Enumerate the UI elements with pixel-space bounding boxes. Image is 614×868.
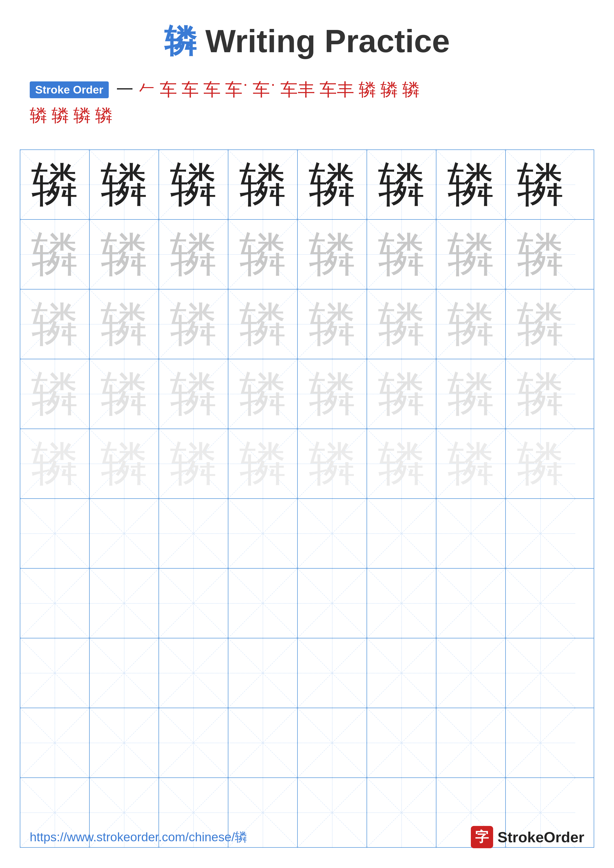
stroke-order-section: Stroke Order 一 𠂉 车 车 车 车˙ 车˙ 车丰 车丰 辚 辚 辚…: [0, 78, 614, 142]
grid-cell[interactable]: 辚: [229, 220, 298, 289]
grid-cell[interactable]: [367, 639, 437, 708]
grid-cell[interactable]: 辚: [367, 290, 437, 359]
grid-cell[interactable]: 辚: [20, 359, 90, 429]
page-header: 辚 Writing Practice: [0, 0, 614, 78]
svg-line-118: [229, 639, 297, 708]
grid-row: [20, 708, 594, 778]
grid-cell[interactable]: [437, 708, 506, 777]
grid-cell[interactable]: 辚: [298, 290, 367, 359]
grid-cell[interactable]: [159, 639, 229, 708]
grid-cell[interactable]: [229, 708, 298, 777]
svg-line-84: [159, 499, 228, 568]
svg-line-82: [90, 499, 159, 568]
grid-cell[interactable]: 辚: [159, 359, 229, 429]
grid-cell[interactable]: 辚: [298, 220, 367, 289]
grid-cell[interactable]: 辚: [506, 220, 575, 289]
grid-cell[interactable]: [367, 499, 437, 568]
grid-cell[interactable]: [90, 499, 159, 568]
grid-cell[interactable]: [367, 569, 437, 638]
grid-cell[interactable]: 辚: [367, 359, 437, 429]
grid-cell[interactable]: [229, 569, 298, 638]
grid-cell[interactable]: 辚: [90, 290, 159, 359]
grid-cell[interactable]: [298, 708, 367, 777]
grid-cell[interactable]: 辚: [159, 290, 229, 359]
grid-cell[interactable]: [90, 569, 159, 638]
grid-cell[interactable]: 辚: [229, 429, 298, 498]
grid-cell[interactable]: 辚: [298, 150, 367, 219]
grid-cell[interactable]: 辚: [229, 290, 298, 359]
grid-cell[interactable]: 辚: [506, 429, 575, 498]
grid-cell[interactable]: [90, 639, 159, 708]
svg-line-86: [229, 499, 297, 568]
grid-cell[interactable]: 辚: [159, 150, 229, 219]
grid-cell[interactable]: 辚: [437, 150, 506, 219]
grid-cell[interactable]: 辚: [437, 220, 506, 289]
grid-cell[interactable]: 辚: [437, 359, 506, 429]
svg-line-121: [298, 639, 367, 708]
grid-cell[interactable]: 辚: [20, 220, 90, 289]
grid-cell[interactable]: [367, 708, 437, 777]
grid-cell[interactable]: 辚: [367, 429, 437, 498]
grid-cell[interactable]: 辚: [506, 150, 575, 219]
grid-cell[interactable]: [506, 569, 575, 638]
svg-line-109: [437, 569, 505, 638]
grid-cell[interactable]: 辚: [20, 150, 90, 219]
stroke-char-9: 辚: [359, 78, 376, 101]
stroke-char-0: 一: [116, 78, 134, 101]
practice-char: 辚: [170, 161, 217, 208]
svg-line-85: [159, 499, 228, 568]
grid-cell[interactable]: 辚: [90, 429, 159, 498]
grid-cell[interactable]: [298, 569, 367, 638]
grid-cell[interactable]: [159, 708, 229, 777]
grid-cell[interactable]: 辚: [159, 220, 229, 289]
grid-cell[interactable]: [506, 708, 575, 777]
svg-line-137: [298, 708, 367, 777]
grid-cell[interactable]: [20, 708, 90, 777]
grid-cell[interactable]: [506, 499, 575, 568]
grid-cell[interactable]: 辚: [20, 429, 90, 498]
svg-line-106: [367, 569, 436, 638]
grid-cell[interactable]: 辚: [298, 359, 367, 429]
grid-cell[interactable]: 辚: [90, 220, 159, 289]
grid-cell[interactable]: [229, 499, 298, 568]
practice-char: 辚: [170, 440, 217, 487]
grid-cell[interactable]: 辚: [506, 359, 575, 429]
grid-cell[interactable]: [229, 639, 298, 708]
svg-line-133: [159, 708, 228, 777]
grid-cell[interactable]: 辚: [437, 429, 506, 498]
grid-cell[interactable]: 辚: [437, 290, 506, 359]
svg-line-90: [367, 499, 436, 568]
grid-cell[interactable]: 辚: [90, 359, 159, 429]
practice-char: 辚: [170, 301, 217, 348]
svg-line-142: [506, 708, 575, 777]
svg-line-88: [298, 499, 367, 568]
grid-cell[interactable]: 辚: [367, 220, 437, 289]
grid-cell[interactable]: [437, 569, 506, 638]
svg-line-113: [20, 639, 89, 708]
grid-cell[interactable]: 辚: [506, 290, 575, 359]
grid-cell[interactable]: 辚: [298, 429, 367, 498]
grid-cell[interactable]: [20, 639, 90, 708]
svg-line-100: [159, 569, 228, 638]
stroke-order-row2: 辚 辚 辚 辚: [30, 104, 584, 127]
grid-cell[interactable]: [506, 639, 575, 708]
grid-cell[interactable]: 辚: [367, 150, 437, 219]
grid-cell[interactable]: [90, 708, 159, 777]
grid-cell[interactable]: [298, 639, 367, 708]
grid-cell[interactable]: 辚: [159, 429, 229, 498]
grid-row: 辚辚辚辚辚辚辚辚: [20, 220, 594, 290]
grid-cell[interactable]: [437, 639, 506, 708]
svg-line-104: [298, 569, 367, 638]
grid-cell[interactable]: 辚: [229, 359, 298, 429]
grid-cell[interactable]: [298, 499, 367, 568]
grid-cell[interactable]: 辚: [90, 150, 159, 219]
practice-grid: 辚辚辚辚辚辚辚辚辚辚辚辚辚辚辚辚辚辚辚辚辚辚辚辚辚辚辚辚辚辚辚辚辚辚辚辚辚辚辚辚: [20, 149, 594, 848]
svg-line-123: [367, 639, 436, 708]
grid-cell[interactable]: [159, 499, 229, 568]
grid-cell[interactable]: [159, 569, 229, 638]
grid-cell[interactable]: [437, 499, 506, 568]
grid-cell[interactable]: 辚: [229, 150, 298, 219]
grid-cell[interactable]: 辚: [20, 290, 90, 359]
grid-cell[interactable]: [20, 499, 90, 568]
grid-cell[interactable]: [20, 569, 90, 638]
